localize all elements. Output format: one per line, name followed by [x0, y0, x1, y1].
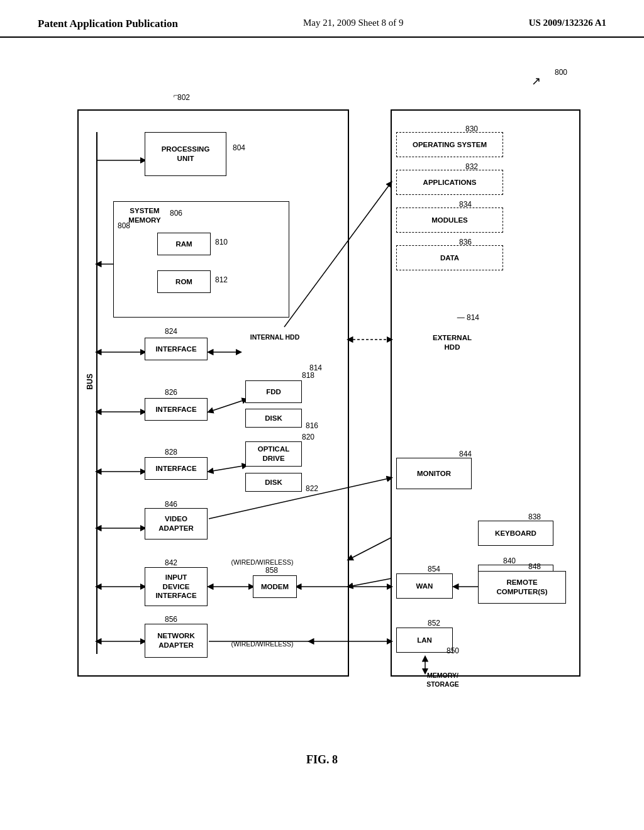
ref-830: 830 — [465, 124, 478, 133]
ref-846: 846 — [165, 500, 177, 509]
svg-point-29 — [243, 348, 306, 363]
operating-system-box: OPERATING SYSTEM — [396, 132, 503, 157]
publication-label: Patent Application Publication — [38, 18, 178, 30]
ref-826: 826 — [165, 388, 177, 397]
arrow-800: ↗ — [531, 74, 541, 88]
disk-816-box: DISK — [245, 409, 302, 428]
ref-806: 806 — [170, 209, 182, 218]
svg-line-21 — [348, 538, 391, 560]
fdd-box: FDD — [245, 380, 302, 403]
remote-computers-box: REMOTECOMPUTER(S) — [478, 571, 566, 604]
ref-814b: — 814 — [457, 313, 479, 322]
page-header: Patent Application Publication May 21, 2… — [0, 0, 644, 38]
ref-804: 804 — [233, 143, 245, 152]
patent-diagram: 800 ↗ 802 ⌐ PROCESSINGUNIT 804 SYSTEMMEM… — [39, 50, 605, 742]
svg-line-11 — [209, 465, 247, 472]
memory-storage-label: MEMORY/STORAGE — [399, 672, 487, 689]
network-adapter-box: NETWORKADAPTER — [145, 624, 208, 658]
ref-852: 852 — [428, 619, 440, 628]
modules-box: MODULES — [396, 208, 503, 233]
ref-812: 812 — [215, 275, 228, 284]
svg-point-31 — [405, 655, 480, 672]
ref-836: 836 — [459, 238, 472, 246]
applications-box: APPLICATIONS — [396, 170, 503, 195]
ref-840: 840 — [503, 556, 516, 565]
internal-hdd-label: INTERNAL HDD — [240, 333, 309, 342]
modem-box: MODEM — [253, 575, 297, 598]
ref-816: 816 — [306, 421, 318, 430]
ref-842: 842 — [165, 558, 177, 567]
ref-854: 854 — [428, 565, 440, 573]
interface-828-box: INTERFACE — [145, 457, 208, 480]
ref-824: 824 — [165, 327, 177, 336]
data-box: DATA — [396, 245, 503, 270]
monitor-box: MONITOR — [396, 458, 472, 489]
ref-832: 832 — [465, 162, 478, 171]
svg-line-20 — [284, 182, 391, 327]
processing-unit-box: PROCESSINGUNIT — [145, 132, 226, 176]
bus-label: BUS — [86, 374, 94, 389]
ref-848: 848 — [528, 562, 541, 571]
ref-822: 822 — [306, 484, 318, 493]
interface-824-box: INTERFACE — [145, 338, 208, 360]
wan-box: WAN — [396, 573, 453, 599]
patent-number-label: US 2009/132326 A1 — [529, 18, 606, 28]
ref-856: 856 — [165, 615, 177, 624]
ref-838: 838 — [528, 512, 541, 521]
svg-line-22 — [348, 578, 391, 587]
ref-858: 858 — [265, 566, 278, 575]
svg-point-27 — [243, 316, 306, 331]
ram-box: RAM — [157, 233, 211, 255]
svg-point-33 — [405, 688, 480, 704]
optical-drive-box: OPTICALDRIVE — [245, 441, 302, 467]
video-adapter-box: VIDEOADAPTER — [145, 508, 208, 540]
ref-820: 820 — [302, 433, 314, 441]
ref-818: 818 — [302, 371, 314, 380]
rom-box: ROM — [157, 270, 211, 293]
input-device-interface-box: INPUTDEVICEINTERFACE — [145, 567, 208, 606]
ref-802: 802 — [177, 93, 190, 102]
lan-box: LAN — [396, 628, 453, 653]
interface-826-box: INTERFACE — [145, 398, 208, 421]
disk-822-box: DISK — [245, 473, 302, 492]
svg-rect-0 — [78, 110, 348, 676]
ref-828: 828 — [165, 448, 177, 456]
ref-844: 844 — [459, 450, 472, 458]
ref-834: 834 — [459, 200, 472, 209]
external-hdd-label: EXTERNALHDD — [411, 333, 493, 352]
ref-808: 808 — [118, 221, 130, 230]
ref-810: 810 — [215, 238, 228, 246]
ref-850: 850 — [447, 646, 459, 655]
figure-label: FIG. 8 — [0, 753, 644, 766]
ref-800: 800 — [555, 68, 567, 77]
svg-line-9 — [209, 399, 247, 412]
keyboard-box: KEYBOARD — [478, 521, 553, 546]
wired-wireless-842-label: (WIRED/WIRELESS) — [218, 558, 306, 567]
wired-wireless-856-label: (WIRED/WIRELESS) — [218, 640, 306, 649]
date-sheet-label: May 21, 2009 Sheet 8 of 9 — [303, 18, 404, 28]
